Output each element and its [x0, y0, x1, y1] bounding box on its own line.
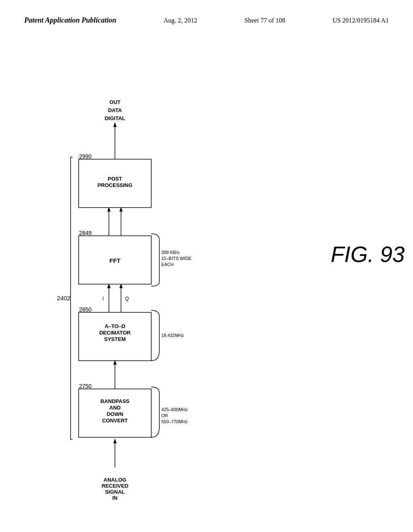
- kbs-label3: EACH: [161, 262, 174, 267]
- output-text1: DIGITAL: [104, 115, 125, 121]
- bracket-bandpass: [151, 387, 159, 437]
- kbs-label1: 288 KB/s: [161, 250, 179, 255]
- patent-diagram: ANALOG RECEIVED SIGNAL IN BANDPASS AND D…: [0, 0, 413, 532]
- bandpass-text1: BANDPASS: [100, 398, 129, 404]
- post-text2: PROCESSING: [98, 182, 133, 188]
- q-label: Q: [125, 296, 129, 301]
- bracket-decimator: [151, 310, 159, 361]
- analog-label2: RECEIVED: [102, 483, 128, 489]
- analog-label: ANALOG: [104, 477, 126, 483]
- bandpass-text4: CONVERT: [102, 418, 128, 424]
- label-2849: 2849: [79, 230, 92, 236]
- freq-label3: 550–770MHz: [161, 419, 188, 424]
- output-text3: OUT: [109, 99, 121, 105]
- label-2402: 2402: [57, 295, 70, 301]
- analog-label4: IN: [113, 495, 118, 501]
- post-text1: POST: [108, 176, 122, 182]
- freq-label1: 425–600MHz: [161, 407, 188, 412]
- arrowhead1: [113, 438, 117, 443]
- i-label: I: [102, 296, 104, 301]
- system-bracket: [71, 157, 73, 439]
- mhz-label: 18.432MHz: [161, 333, 184, 338]
- fft-text: FFT: [109, 257, 121, 264]
- bandpass-text2: AND: [109, 405, 121, 411]
- output-text2: DATA: [108, 107, 122, 113]
- freq-label2: OR: [161, 413, 168, 418]
- decimator-text3: SYSTEM: [104, 336, 125, 342]
- fig-label: FIG. 93: [331, 242, 405, 267]
- bracket-fft: [151, 234, 159, 286]
- label-2990: 2990: [79, 153, 92, 160]
- label-2850: 2850: [79, 306, 92, 313]
- bandpass-text3: DOWN: [106, 411, 123, 417]
- decimator-text1: A–TO–D: [104, 323, 125, 329]
- label-2750: 2750: [79, 383, 92, 389]
- decimator-text2: DECIMATOR: [99, 330, 131, 336]
- arrowhead7: [113, 122, 117, 127]
- kbs-label2: 15–BITS WIDE: [161, 256, 192, 261]
- analog-label3: SIGNAL: [105, 489, 125, 495]
